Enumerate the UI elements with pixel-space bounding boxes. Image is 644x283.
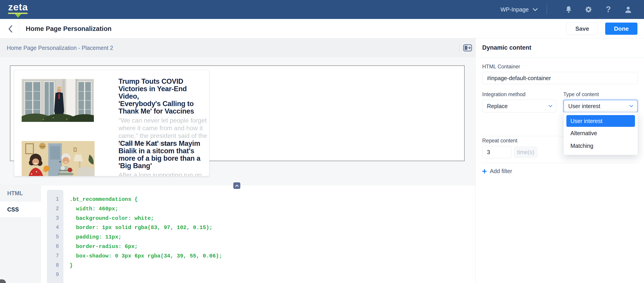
placement-bar: Home Page Personalization - Placement 2 [0,38,475,58]
integration-method-label: Integration method [482,92,557,98]
tab-html[interactable]: HTML [0,185,40,201]
zeta-logo-text: zeta [8,2,28,12]
code-editor: HTML CSS 1 2 3 4 5 6 7 8 9 .bt_recommend… [0,185,475,283]
help-question-mark-icon[interactable]: ? [602,3,615,16]
code-line: } [70,261,222,270]
type-of-content-label: Type of content [564,92,638,98]
css-code-content[interactable]: .bt_recommendations { width: 460px; back… [70,195,222,280]
menu-item-alternative[interactable]: Alternative [566,127,635,140]
account-person-icon[interactable] [622,3,634,16]
section-divider [482,163,638,163]
navbar-right-cluster: WP-Inpage ? [500,0,634,19]
menu-item-matching[interactable]: Matching [566,140,635,152]
add-filter-label: Add filter [490,168,512,174]
integration-method-value: Replace [487,103,508,110]
line-number: 1 [47,195,64,204]
code-line: box-shadow: 0 3px 6px rgba(34, 39, 55, 0… [70,252,222,261]
app-window: zeta WP-Inpage [0,0,644,283]
page-title: Home Page Personalization [26,25,112,32]
code-line [70,270,222,280]
code-line: padding: 11px; [70,232,222,242]
save-button[interactable]: Save [566,22,598,35]
article-2-subtitle: After a long supporting run on "The [118,171,208,176]
panel-heading: Dynamic content [476,38,644,57]
line-number-gutter: 1 2 3 4 5 6 7 8 9 [47,190,64,283]
collapse-preview-button[interactable] [233,182,240,189]
line-number: 9 [47,270,64,280]
code-line: border-radius: 6px; [70,242,222,252]
tab-css[interactable]: CSS [0,201,41,218]
add-filter-button[interactable]: Add filter [482,168,638,174]
back-chevron-icon[interactable] [6,24,15,34]
preview-area: Trump Touts COVID Victories in Year-End … [0,58,475,185]
line-number: 8 [47,261,64,270]
repeat-unit-box: time(s) [514,146,537,158]
recommendations-card: Trump Touts COVID Victories in Year-End … [14,70,210,176]
chevron-down-icon [533,8,538,11]
code-line: background-color: white; [70,214,222,223]
line-number: 5 [47,232,64,242]
line-number: 2 [47,204,64,214]
workspace-name: WP-Inpage [500,6,529,13]
top-navbar: zeta WP-Inpage [0,0,644,19]
settings-gear-icon[interactable] [582,3,595,16]
header-divider [19,19,19,38]
line-number: 6 [47,242,64,252]
method-type-labels-row: Integration method Type of content [482,92,638,98]
line-number: 4 [47,223,64,232]
chevron-down-icon [548,105,552,108]
workspace-switcher[interactable]: WP-Inpage [500,6,538,13]
method-type-selects-row: Replace User interest [482,98,638,112]
type-of-content-value: User interest [568,103,600,110]
panel-toggle-icon[interactable] [463,44,472,52]
chevron-down-icon [629,105,633,108]
code-line: border: 1px solid rgba(83, 97, 102, 0.15… [70,223,222,232]
placement-divider [460,43,460,52]
code-line: width: 460px; [70,204,222,214]
article-1-title: Trump Touts COVID Victories in Year-End … [118,78,208,115]
zeta-logo-check-icon [8,12,28,18]
plus-icon [482,169,487,174]
done-button[interactable]: Done [605,22,638,35]
placement-title: Home Page Personalization - Placement 2 [7,38,113,58]
notifications-bell-icon[interactable] [562,3,575,16]
line-number: 3 [47,214,64,223]
line-number: 7 [47,252,64,261]
article-1: Trump Touts COVID Victories in Year-End … [118,78,208,147]
repeat-count-input[interactable] [482,146,512,158]
article-image-white-house [22,79,94,122]
code-line: .bt_recommendations { [70,195,222,204]
article-2-title: 'Call Me Kat' stars Mayim Bialik in a si… [118,140,208,170]
zeta-logo[interactable]: zeta [8,2,28,18]
type-of-content-select[interactable]: User interest [564,100,638,112]
chevron-up-icon [235,184,239,187]
type-of-content-dropdown-menu: User interest Alternative Matching [564,112,638,155]
html-container-label: HTML Container [482,64,638,70]
article-image-sitcom [22,141,94,176]
editor-tab-column: HTML CSS [0,185,40,283]
page-header: Home Page Personalization Save Done [0,19,644,38]
html-container-input[interactable] [482,72,638,84]
dynamic-content-panel: Dynamic content HTML Container Integrati… [475,38,644,283]
article-2: 'Call Me Kat' stars Mayim Bialik in a si… [118,140,208,176]
menu-item-user-interest[interactable]: User interest [566,115,635,127]
navbar-divider [547,4,547,15]
integration-method-select[interactable]: Replace [482,100,557,112]
